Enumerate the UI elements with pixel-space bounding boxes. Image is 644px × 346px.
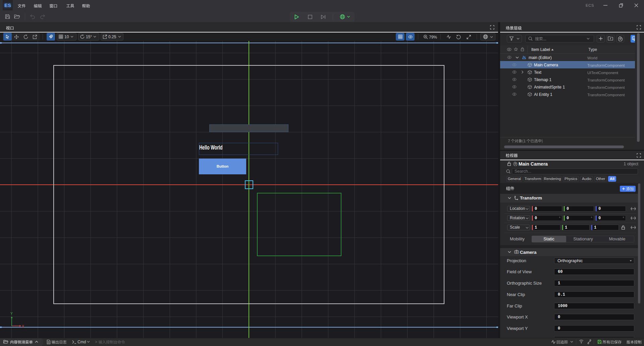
svg-text:X: X — [22, 324, 24, 328]
svg-text:Y: Y — [10, 311, 13, 315]
